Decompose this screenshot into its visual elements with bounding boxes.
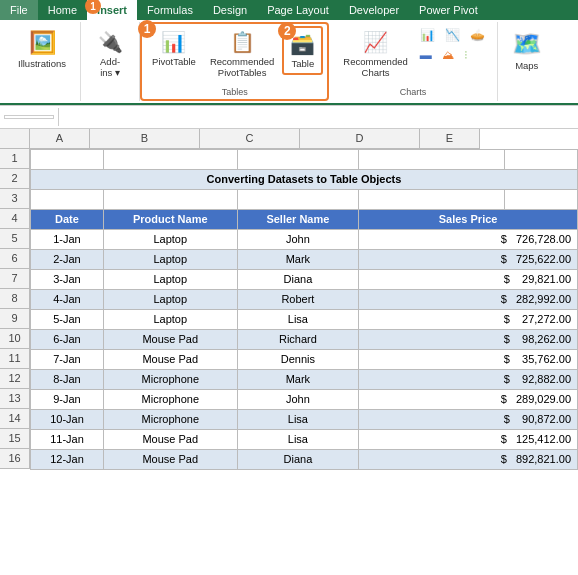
cell-seller[interactable]: Diana — [237, 269, 359, 289]
badge-1: 1 — [138, 20, 156, 38]
cell-product[interactable]: Mouse Pad — [103, 429, 237, 449]
illustrations-button[interactable]: 🖼️ Illustrations — [12, 26, 72, 74]
table-row: 7-Jan Mouse Pad Dennis $ 35,762.00 — [31, 349, 578, 369]
addins-button[interactable]: 🔌 Add-ins ▾ — [89, 26, 131, 83]
cell-date[interactable]: 8-Jan — [31, 369, 104, 389]
col-header-b[interactable]: B — [90, 129, 200, 149]
cell-price[interactable]: $ 892,821.00 — [359, 449, 578, 469]
cell-date[interactable]: 3-Jan — [31, 269, 104, 289]
scatter-chart-button[interactable]: ⁝ — [460, 46, 472, 64]
cell-price[interactable]: $ 29,821.00 — [359, 269, 578, 289]
cell-date[interactable]: 7-Jan — [31, 349, 104, 369]
cell-product[interactable]: Microphone — [103, 409, 237, 429]
cell-price[interactable]: $ 92,882.00 — [359, 369, 578, 389]
tab-design[interactable]: Design — [203, 0, 257, 20]
col-header-c[interactable]: C — [200, 129, 300, 149]
recommended-pivot-button[interactable]: 📋 RecommendedPivotTables — [204, 26, 280, 83]
cell-e3[interactable] — [505, 189, 578, 209]
cell-product[interactable]: Laptop — [103, 229, 237, 249]
cell-product[interactable]: Laptop — [103, 309, 237, 329]
cell-date[interactable]: 4-Jan — [31, 289, 104, 309]
cell-date[interactable]: 2-Jan — [31, 249, 104, 269]
cell-seller[interactable]: John — [237, 229, 359, 249]
cell-d1[interactable] — [359, 149, 505, 169]
row-header-4: 4 — [0, 209, 30, 229]
cell-price[interactable]: $ 35,762.00 — [359, 349, 578, 369]
cell-date[interactable]: 9-Jan — [31, 389, 104, 409]
cell-product[interactable]: Laptop — [103, 249, 237, 269]
cell-product[interactable]: Mouse Pad — [103, 349, 237, 369]
cell-date[interactable]: 5-Jan — [31, 309, 104, 329]
cell-seller[interactable]: Dennis — [237, 349, 359, 369]
cell-product[interactable]: Mouse Pad — [103, 329, 237, 349]
cell-price[interactable]: $ 725,622.00 — [359, 249, 578, 269]
tab-developer[interactable]: Developer — [339, 0, 409, 20]
cell-product[interactable]: Mouse Pad — [103, 449, 237, 469]
maps-button[interactable]: 🗺️ Maps — [506, 26, 548, 75]
col-header-d[interactable]: D — [300, 129, 420, 149]
tab-power-pivot[interactable]: Power Pivot — [409, 0, 488, 20]
cell-reference[interactable] — [4, 115, 54, 119]
cell-date[interactable]: 10-Jan — [31, 409, 104, 429]
col-header-e[interactable]: E — [420, 129, 480, 149]
cell-a3[interactable] — [31, 189, 104, 209]
cell-seller[interactable]: Robert — [237, 289, 359, 309]
cell-date[interactable]: 12-Jan — [31, 449, 104, 469]
cell-price[interactable]: $ 125,412.00 — [359, 429, 578, 449]
tab-formulas[interactable]: Formulas — [137, 0, 203, 20]
tab-file[interactable]: File — [0, 0, 38, 20]
tab-page-layout[interactable]: Page Layout — [257, 0, 339, 20]
formula-content — [63, 116, 574, 118]
cell-b1[interactable] — [103, 149, 237, 169]
cell-price[interactable]: $ 726,728.00 — [359, 229, 578, 249]
cell-a1[interactable] — [31, 149, 104, 169]
header-date[interactable]: Date — [31, 209, 104, 229]
cell-date[interactable]: 6-Jan — [31, 329, 104, 349]
header-sales[interactable]: Sales Price — [359, 209, 578, 229]
tab-home[interactable]: Home — [38, 0, 87, 20]
pie-chart-button[interactable]: 🥧 — [466, 26, 489, 44]
tab-insert[interactable]: 1 Insert — [87, 0, 137, 20]
table-btn-wrap: 2 🗃️ Table — [282, 26, 323, 75]
cell-price[interactable]: $ 289,029.00 — [359, 389, 578, 409]
cell-product[interactable]: Microphone — [103, 389, 237, 409]
cell-seller[interactable]: Mark — [237, 249, 359, 269]
cell-c3[interactable] — [237, 189, 359, 209]
cell-seller[interactable]: Lisa — [237, 309, 359, 329]
cell-price[interactable]: $ 282,992.00 — [359, 289, 578, 309]
header-row: Date Product Name Seller Name Sales Pric… — [31, 209, 578, 229]
maps-label: Maps — [515, 60, 538, 71]
pivot-table-icon: 📊 — [161, 30, 186, 54]
area-chart-button[interactable]: ⛰ — [438, 46, 458, 64]
group-charts: 📈 RecommendedCharts 📊 📉 🥧 — [329, 22, 497, 101]
cell-price[interactable]: $ 98,262.00 — [359, 329, 578, 349]
cell-seller[interactable]: Lisa — [237, 429, 359, 449]
row-header-5: 5 — [0, 229, 30, 249]
col-header-a[interactable]: A — [30, 129, 90, 149]
cell-seller[interactable]: Richard — [237, 329, 359, 349]
cell-product[interactable]: Laptop — [103, 269, 237, 289]
header-product[interactable]: Product Name — [103, 209, 237, 229]
bar-chart-button[interactable]: ▬ — [416, 46, 436, 64]
cell-product[interactable]: Laptop — [103, 289, 237, 309]
cell-d3[interactable] — [359, 189, 505, 209]
cell-seller[interactable]: Lisa — [237, 409, 359, 429]
column-chart-button[interactable]: 📊 — [416, 26, 439, 44]
cell-date[interactable]: 1-Jan — [31, 229, 104, 249]
group-addins: 🔌 Add-ins ▾ — [81, 22, 140, 101]
cell-seller[interactable]: Mark — [237, 369, 359, 389]
header-seller[interactable]: Seller Name — [237, 209, 359, 229]
table-row: 2-Jan Laptop Mark $ 725,622.00 — [31, 249, 578, 269]
recommended-charts-button[interactable]: 📈 RecommendedCharts — [337, 26, 413, 83]
cell-date[interactable]: 11-Jan — [31, 429, 104, 449]
cell-product[interactable]: Microphone — [103, 369, 237, 389]
cell-seller[interactable]: John — [237, 389, 359, 409]
cell-price[interactable]: $ 90,872.00 — [359, 409, 578, 429]
scatter-chart-icon: ⁝ — [464, 48, 468, 62]
cell-b3[interactable] — [103, 189, 237, 209]
cell-price[interactable]: $ 27,272.00 — [359, 309, 578, 329]
line-chart-button[interactable]: 📉 — [441, 26, 464, 44]
cell-seller[interactable]: Diana — [237, 449, 359, 469]
cell-e1[interactable] — [505, 149, 578, 169]
cell-c1[interactable] — [237, 149, 359, 169]
